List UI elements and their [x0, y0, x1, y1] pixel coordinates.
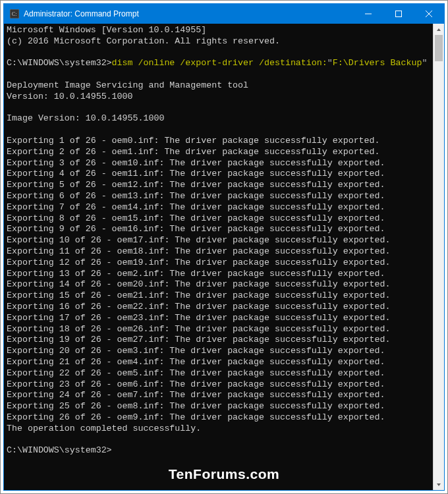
window-title: Administrator: Command Prompt [24, 9, 353, 18]
prompt-prefix: C:\WINDOWS\system32> [7, 58, 112, 68]
command-text: dism /online /export-driver /destination… [112, 58, 327, 68]
cmd-admin-icon: C: [9, 9, 20, 19]
tool-line: Image Version: 10.0.14955.1000 [7, 113, 164, 123]
console-output[interactable]: Microsoft Windows [Version 10.0.14955] (… [4, 24, 433, 490]
quote: " [327, 58, 333, 68]
svg-marker-7 [437, 483, 441, 486]
window-controls [353, 4, 444, 24]
tool-line: Version: 10.0.14955.1000 [7, 92, 133, 101]
prompt-prefix: C:\WINDOWS\system32> [7, 445, 112, 455]
quote: " [422, 58, 427, 68]
banner-line: Microsoft Windows [Version 10.0.14955] [7, 25, 206, 35]
command-prompt-window: C: Administrator: Command Prompt Microso… [3, 3, 445, 491]
scrollbar-thumb[interactable] [435, 35, 443, 61]
console-area: Microsoft Windows [Version 10.0.14955] (… [4, 24, 444, 490]
scrollbar-track[interactable] [434, 35, 444, 479]
command-path: F:\Drivers Backup [333, 58, 422, 68]
svg-rect-3 [396, 11, 402, 17]
vertical-scrollbar[interactable] [433, 24, 444, 490]
scroll-up-button[interactable] [434, 24, 444, 35]
export-lines: Exporting 1 of 26 - oem0.inf: The driver… [7, 136, 430, 424]
svg-text:C:: C: [12, 11, 17, 17]
svg-marker-6 [437, 28, 441, 31]
scroll-down-button[interactable] [434, 479, 444, 490]
completion-line: The operation completed successfully. [7, 424, 201, 433]
maximize-button[interactable] [383, 4, 414, 24]
titlebar[interactable]: C: Administrator: Command Prompt [4, 4, 444, 24]
minimize-button[interactable] [353, 4, 383, 24]
close-button[interactable] [414, 4, 444, 24]
tool-line: Deployment Image Servicing and Managemen… [7, 80, 248, 90]
banner-line: (c) 2016 Microsoft Corporation. All righ… [7, 36, 280, 46]
